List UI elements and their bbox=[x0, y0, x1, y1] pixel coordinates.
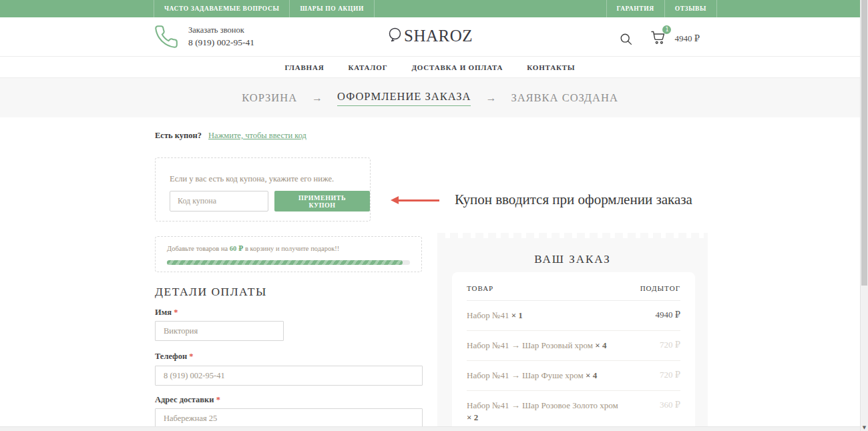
required-mark: * bbox=[216, 395, 220, 404]
coupon-question: Есть купон? bbox=[155, 131, 202, 140]
order-summary-panel: ВАШ ЗАКАЗ ТОВАР ПОДЫТОГ Набор №41 × 1 49… bbox=[437, 238, 708, 431]
label-text: Имя bbox=[155, 308, 172, 317]
step-cart[interactable]: КОРЗИНА bbox=[242, 91, 297, 105]
topbar-link-sale-balloons[interactable]: ШАРЫ ПО АКЦИИ bbox=[289, 0, 375, 17]
cart-total[interactable]: 4940 ₽ bbox=[674, 33, 700, 44]
step-checkout-active[interactable]: ОФОРМЛЕНИЕ ЗАКАЗА bbox=[337, 90, 471, 106]
item-price: 720 ₽ bbox=[660, 340, 680, 352]
step-arrow-icon: → bbox=[485, 92, 496, 104]
nav-item-home[interactable]: ГЛАВНАЯ bbox=[285, 63, 324, 71]
name-field-label: Имя * bbox=[155, 308, 178, 318]
nav-item-contacts[interactable]: КОНТАКТЫ bbox=[527, 63, 575, 71]
vertical-scrollbar-thumb[interactable] bbox=[861, 0, 867, 286]
main-nav: ГЛАВНАЯ КАТАЛОГ ДОСТАВКА И ОПЛАТА КОНТАК… bbox=[0, 56, 860, 78]
nav-item-catalog[interactable]: КАТАЛОГ bbox=[348, 63, 387, 71]
scroll-down-arrow-icon[interactable]: ▼ bbox=[861, 425, 868, 430]
column-subtotal: ПОДЫТОГ bbox=[640, 284, 680, 292]
item-name-text: Набор №41 → Шар Розовое Золото хром bbox=[467, 400, 618, 410]
header: Заказать звонок 8 (919) 002-95-41 SHAROZ bbox=[0, 17, 860, 56]
order-row: Набор №41 → Шар Розовый хром × 4 720 ₽ bbox=[467, 331, 680, 361]
order-row: Набор №41 → Шар Фуше хром × 4 720 ₽ bbox=[467, 361, 680, 391]
gift-progress-fill bbox=[167, 260, 403, 265]
apply-coupon-button[interactable]: ПРИМЕНИТЬ КУПОН bbox=[274, 191, 370, 211]
item-qty: × 4 bbox=[586, 370, 597, 380]
item-name-text: Набор №41 → Шар Фуше хром bbox=[467, 370, 584, 380]
coupon-hint: Если у вас есть код купона, укажите его … bbox=[170, 174, 334, 184]
phone-field[interactable] bbox=[155, 366, 423, 386]
coupon-form: Если у вас есть код купона, укажите его … bbox=[155, 157, 371, 222]
call-text: Заказать звонок 8 (919) 002-95-41 bbox=[188, 25, 254, 48]
cart-count-badge: 1 bbox=[662, 25, 671, 34]
label-text: Адрес доставки bbox=[155, 395, 214, 404]
search-icon[interactable] bbox=[619, 32, 633, 46]
balloon-icon bbox=[387, 27, 403, 45]
coupon-toggle-link[interactable]: Нажмите, чтобы ввести код bbox=[208, 131, 306, 140]
header-actions: 1 4940 ₽ bbox=[619, 29, 700, 48]
nav-item-delivery[interactable]: ДОСТАВКА И ОПЛАТА bbox=[411, 63, 503, 71]
order-item-name: Набор №41 → Шар Розовый хром × 4 bbox=[467, 340, 619, 352]
order-item-name: Набор №41 × 1 bbox=[467, 310, 619, 322]
horizontal-scrollbar[interactable] bbox=[0, 426, 860, 431]
topbar-link-faq[interactable]: ЧАСТО ЗАДАВАЕМЫЕ ВОПРОСЫ bbox=[154, 0, 289, 17]
phone-field-label: Телефон * bbox=[155, 352, 194, 362]
gift-text-prefix: Добавьте товаров на bbox=[167, 245, 230, 252]
annotation-text: Купон вводится при оформлении заказа bbox=[455, 191, 692, 208]
logo-text: SHAROZ bbox=[404, 27, 473, 45]
topbar-right-links: ГАРАНТИЯ ОТЗЫВЫ bbox=[606, 0, 717, 17]
step-order-created: ЗАЯВКА СОЗДАНА bbox=[511, 91, 618, 105]
item-qty: × 1 bbox=[511, 310, 523, 320]
billing-title: ДЕТАЛИ ОПЛАТЫ bbox=[155, 285, 267, 299]
order-row: Набор №41 → Шар Розовое Золото хром × 2 … bbox=[467, 391, 680, 431]
call-label: Заказать звонок bbox=[188, 25, 254, 35]
checkout-steps: КОРЗИНА → ОФОРМЛЕНИЕ ЗАКАЗА → ЗАЯВКА СОЗ… bbox=[0, 78, 860, 117]
gift-progress-box: Добавьте товаров на 60 ₽ в корзину и пол… bbox=[155, 236, 422, 272]
item-price: 720 ₽ bbox=[660, 370, 680, 382]
step-arrow-icon: → bbox=[312, 92, 322, 104]
item-name-text: Набор №41 → Шар Розовый хром bbox=[467, 340, 593, 350]
header-phone-number: 8 (919) 002-95-41 bbox=[188, 37, 254, 48]
phone-icon bbox=[154, 24, 179, 49]
column-product: ТОВАР bbox=[467, 284, 493, 292]
item-qty: × 4 bbox=[595, 340, 606, 350]
topbar-link-reviews[interactable]: ОТЗЫВЫ bbox=[664, 0, 717, 17]
call-request-block[interactable]: Заказать звонок 8 (919) 002-95-41 bbox=[154, 24, 254, 49]
gift-progress-text: Добавьте товаров на 60 ₽ в корзину и пол… bbox=[167, 244, 339, 252]
required-mark: * bbox=[174, 308, 178, 317]
address-field-label: Адрес доставки * bbox=[155, 395, 220, 405]
cart-button[interactable]: 1 bbox=[650, 29, 666, 48]
order-item-name: Набор №41 → Шар Розовое Золото хром × 2 bbox=[467, 400, 619, 425]
coupon-code-input[interactable] bbox=[170, 191, 268, 211]
name-field[interactable] bbox=[155, 321, 284, 341]
required-mark: * bbox=[189, 352, 193, 361]
item-qty: × 2 bbox=[467, 412, 478, 422]
gift-progress-track bbox=[167, 260, 410, 265]
topbar: ЧАСТО ЗАДАВАЕМЫЕ ВОПРОСЫ ШАРЫ ПО АКЦИИ Г… bbox=[0, 0, 860, 17]
topbar-left-links: ЧАСТО ЗАДАВАЕМЫЕ ВОПРОСЫ ШАРЫ ПО АКЦИИ bbox=[154, 0, 375, 17]
order-row: Набор №41 × 1 4940 ₽ bbox=[467, 301, 680, 331]
label-text: Телефон bbox=[155, 352, 187, 361]
order-title: ВАШ ЗАКАЗ bbox=[437, 238, 708, 266]
address-field[interactable] bbox=[155, 408, 423, 428]
topbar-link-warranty[interactable]: ГАРАНТИЯ bbox=[606, 0, 664, 17]
coupon-toggle-row: Есть купон? Нажмите, чтобы ввести код bbox=[155, 131, 306, 141]
order-table-header: ТОВАР ПОДЫТОГ bbox=[467, 272, 680, 301]
order-item-name: Набор №41 → Шар Фуше хром × 4 bbox=[467, 370, 619, 382]
vertical-scrollbar[interactable]: ▼ bbox=[860, 0, 868, 431]
item-name-text: Набор №41 bbox=[467, 310, 509, 320]
annotation-arrow-icon bbox=[398, 199, 439, 201]
item-price: 4940 ₽ bbox=[655, 310, 680, 322]
logo[interactable]: SHAROZ bbox=[387, 27, 473, 45]
item-price: 360 ₽ bbox=[660, 400, 680, 425]
gift-text-suffix: в корзину и получите подарок!! bbox=[243, 245, 339, 252]
order-card: ТОВАР ПОДЫТОГ Набор №41 × 1 4940 ₽ Набор… bbox=[452, 272, 695, 431]
gift-amount: 60 ₽ bbox=[230, 245, 243, 252]
